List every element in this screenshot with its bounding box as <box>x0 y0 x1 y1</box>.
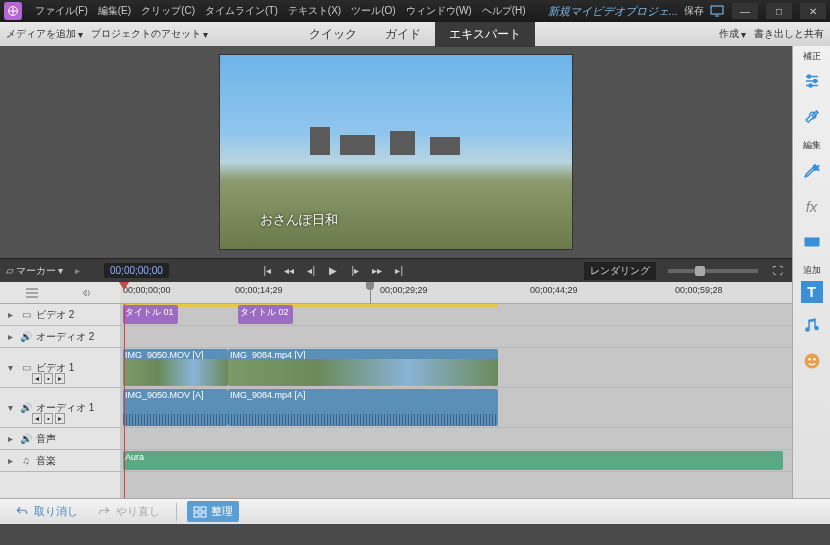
menu-ウィンドウ[interactable]: ウィンドウ(W) <box>401 4 477 18</box>
step-fwd-button[interactable]: ▸▸ <box>369 263 385 279</box>
menu-テキスト[interactable]: テキスト(X) <box>283 4 346 18</box>
track-lane-voice[interactable] <box>120 428 792 450</box>
playhead[interactable] <box>119 282 129 290</box>
track-btn[interactable]: ◂ <box>32 413 42 424</box>
main-area: おさんぽ日和 ▱ マーカー ▾ ▸ 00;00;00;00 |◂ ◂◂ ◂| ▶… <box>0 46 830 498</box>
expand-icon[interactable]: ▾ <box>4 362 16 373</box>
transport-toggle[interactable]: ▸ <box>75 265 80 276</box>
track-lane-v2[interactable]: タイトル 01タイトル 02 <box>120 304 792 326</box>
fullscreen-button[interactable]: ⛶ <box>770 263 786 279</box>
graphics-icon[interactable] <box>798 347 826 375</box>
action-bar: メディアを追加 ▾ プロジェクトのアセット ▾ クイック ガイド エキスパート … <box>0 22 830 46</box>
menu-ヘルプ[interactable]: ヘルプ(H) <box>477 4 531 18</box>
export-button[interactable]: 書き出しと共有 <box>754 27 824 41</box>
add-media-button[interactable]: メディアを追加 ▾ <box>6 27 83 41</box>
sliders-icon[interactable] <box>798 67 826 95</box>
track-type-icon[interactable]: ▭ <box>20 309 32 320</box>
create-button[interactable]: 作成 ▾ <box>719 27 746 41</box>
track-lane-v1[interactable]: IMG_9050.MOV [V]IMG_9084.mp4 [V] <box>120 348 792 388</box>
clip[interactable]: IMG_9050.MOV [V] <box>123 349 228 386</box>
svg-point-9 <box>813 358 816 361</box>
track-type-icon[interactable]: ▭ <box>20 362 32 373</box>
track-lane-a2[interactable] <box>120 326 792 348</box>
wrench-icon[interactable] <box>798 103 826 131</box>
ruler-tick: 00;00;29;29 <box>380 285 428 295</box>
undo-button[interactable]: 取り消し <box>8 502 84 521</box>
clip[interactable]: Aura <box>123 451 783 470</box>
track-label: オーディオ 2 <box>36 330 116 344</box>
clip[interactable]: タイトル 02 <box>238 305 293 324</box>
menu-ツール[interactable]: ツール(O) <box>346 4 400 18</box>
playhead-line[interactable] <box>124 304 125 498</box>
menu-編集[interactable]: 編集(E) <box>93 4 136 18</box>
svg-rect-6 <box>804 238 819 247</box>
goto-start-button[interactable]: |◂ <box>259 263 275 279</box>
clip[interactable]: IMG_9084.mp4 [V] <box>228 349 498 386</box>
music-icon[interactable] <box>798 311 826 339</box>
track-btn[interactable]: • <box>44 373 53 384</box>
monitor-icon[interactable] <box>710 4 724 18</box>
expand-icon[interactable]: ▸ <box>4 455 16 466</box>
pen-fx-icon[interactable]: fx <box>798 156 826 184</box>
track-display-toggle[interactable] <box>21 285 43 301</box>
goto-end-button[interactable]: ▸| <box>391 263 407 279</box>
tab-expert[interactable]: エキスパート <box>435 22 535 47</box>
track-btn[interactable]: ▸ <box>55 413 65 424</box>
track-btn[interactable]: ▸ <box>55 373 65 384</box>
track-type-icon[interactable]: 🔊 <box>20 433 32 444</box>
track-header-v2: ▸▭ビデオ 2 <box>0 304 120 326</box>
timeline-ruler[interactable]: 00;00;00;0000;00;14;2900;00;29;2900;00;4… <box>120 282 792 303</box>
menu-クリップ[interactable]: クリップ(C) <box>136 4 200 18</box>
organize-button[interactable]: 整理 <box>187 501 239 522</box>
clip-label: タイトル 02 <box>240 307 289 317</box>
svg-rect-10 <box>194 507 199 511</box>
fx-icon[interactable]: fx <box>798 192 826 220</box>
expand-icon[interactable]: ▸ <box>4 309 16 320</box>
save-button[interactable]: 保存 <box>684 4 704 18</box>
preview-monitor[interactable]: おさんぽ日和 <box>219 54 573 250</box>
marker-dropdown[interactable]: ▱ マーカー ▾ <box>6 264 63 278</box>
step-back-button[interactable]: ◂◂ <box>281 263 297 279</box>
ruler-tick: 00;00;59;28 <box>675 285 723 295</box>
playback-controls: |◂ ◂◂ ◂| ▶ |▸ ▸▸ ▸| <box>259 263 407 279</box>
menu-ファイル[interactable]: ファイル(F) <box>30 4 93 18</box>
transition-icon[interactable] <box>798 228 826 256</box>
expand-icon[interactable]: ▸ <box>4 433 16 444</box>
svg-point-8 <box>808 358 811 361</box>
text-icon[interactable]: T <box>801 281 823 303</box>
project-assets-button[interactable]: プロジェクトのアセット ▾ <box>91 27 208 41</box>
zoom-slider[interactable] <box>668 269 758 273</box>
track-lane-music[interactable]: Aura <box>120 450 792 472</box>
svg-point-7 <box>804 354 819 369</box>
track-type-icon[interactable]: ♫ <box>20 455 32 466</box>
track-header-music: ▸♫音楽 <box>0 450 120 472</box>
maximize-button[interactable]: □ <box>766 3 792 19</box>
track-btn[interactable]: ◂ <box>32 373 42 384</box>
menu-タイムライン[interactable]: タイムライン(T) <box>200 4 283 18</box>
track-type-icon[interactable]: 🔊 <box>20 402 32 413</box>
track-lane-a1[interactable]: IMG_9050.MOV [A]IMG_9084.mp4 [A] <box>120 388 792 428</box>
render-button[interactable]: レンダリング <box>584 262 656 280</box>
bottom-toolbar: 取り消し やり直し 整理 <box>0 498 830 524</box>
redo-button[interactable]: やり直し <box>90 502 166 521</box>
minimize-button[interactable]: — <box>732 3 758 19</box>
timecode-display[interactable]: 00;00;00;00 <box>104 263 169 278</box>
track-btn[interactable]: • <box>44 413 53 424</box>
clip[interactable]: IMG_9084.mp4 [A] <box>228 389 498 426</box>
project-name: 新規マイビデオプロジェ... <box>548 4 678 19</box>
play-button[interactable]: ▶ <box>325 263 341 279</box>
clip-label: IMG_9050.MOV [A] <box>125 390 204 400</box>
track-content[interactable]: タイトル 01タイトル 02IMG_9050.MOV [V]IMG_9084.m… <box>120 304 792 498</box>
next-frame-button[interactable]: |▸ <box>347 263 363 279</box>
close-button[interactable]: ✕ <box>800 3 826 19</box>
prev-frame-button[interactable]: ◂| <box>303 263 319 279</box>
audio-display-toggle[interactable] <box>77 285 99 301</box>
tab-quick[interactable]: クイック <box>295 22 371 47</box>
zoom-thumb[interactable] <box>695 266 705 276</box>
clip[interactable]: タイトル 01 <box>123 305 178 324</box>
expand-icon[interactable]: ▸ <box>4 331 16 342</box>
expand-icon[interactable]: ▾ <box>4 402 16 413</box>
clip[interactable]: IMG_9050.MOV [A] <box>123 389 228 426</box>
track-type-icon[interactable]: 🔊 <box>20 331 32 342</box>
tab-guide[interactable]: ガイド <box>371 22 435 47</box>
